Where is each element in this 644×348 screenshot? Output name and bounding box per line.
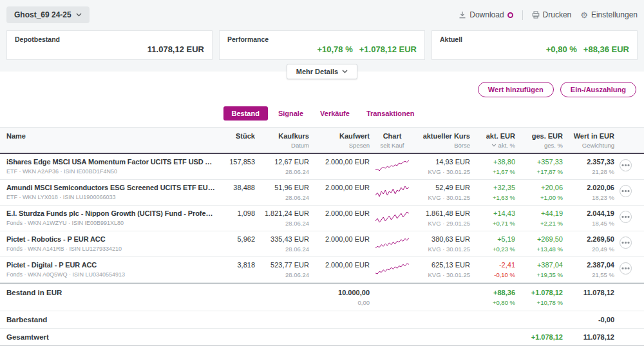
wert-total-cell: 11.078,12 xyxy=(568,289,614,296)
stueck-cell: 1,098 xyxy=(222,209,255,217)
kaufkurs-cell: 51,96 EUR28.06.24 xyxy=(260,184,309,201)
position-name[interactable]: Amundi MSCI Semiconductors ESG Screened … xyxy=(6,184,216,191)
position-meta: Fonds · WKN A1WZYU · ISIN IE00B991XL80 xyxy=(6,220,216,226)
performance-value: +1.078,12 EUR xyxy=(359,44,417,54)
table-row: E.I. Sturdza Funds plc - Nippon Growth (… xyxy=(0,206,644,231)
col-kaufkurs: KaufkursDatum xyxy=(260,132,309,149)
position-name[interactable]: Pictet - Digital - P EUR ACC xyxy=(6,261,216,269)
kaufkurs-cell: 523,77 EUR28.06.24 xyxy=(260,261,309,278)
sparkline-chart xyxy=(375,261,410,275)
ellipsis-icon xyxy=(625,164,627,166)
table-row: Amundi MSCI Semiconductors ESG Screened … xyxy=(0,180,644,206)
name-cell: Pictet - Digital - P EUR ACCFonds · WKN … xyxy=(6,261,216,278)
row-menu-button[interactable] xyxy=(620,185,632,197)
positions-table: Name Stück KaufkursDatum KaufwertSpesen … xyxy=(0,127,644,346)
performance-pct: +10,78 % xyxy=(317,44,352,54)
gesamt-ges-cell: +1.078,12 xyxy=(520,333,563,341)
card-value: +0,80 %+88,36 EUR xyxy=(440,44,629,54)
ellipsis-icon xyxy=(625,190,627,192)
summary-row-barbestand: Barbestand -0,00 xyxy=(0,311,644,329)
position-meta: Fonds · WKN A0Q5WQ · ISIN LU0340554913 xyxy=(6,271,216,278)
position-name[interactable]: iShares Edge MSCI USA Momentum Factor UC… xyxy=(6,158,216,166)
akt-cell: +38,80+1,67 % xyxy=(475,158,515,175)
chevron-down-icon xyxy=(342,70,348,73)
row-menu-button[interactable] xyxy=(620,237,632,249)
settings-label: Einstellungen xyxy=(591,10,638,19)
tab-bar: Bestand Signale Verkäufe Transaktionen xyxy=(0,106,644,121)
kaufwert-cell: 2.000,00 EUR xyxy=(314,235,370,243)
card-aktuell: Aktuell +0,80 %+88,36 EUR xyxy=(431,30,638,60)
ges-cell: +387,04+19,35 % xyxy=(520,261,563,278)
kaufkurs-cell: 335,43 EUR28.06.24 xyxy=(260,235,309,253)
summary-row-gesamtwert: Gesamtwert +1.078,12 11.078,12 xyxy=(0,329,644,346)
position-meta: ETF · WKN A2AP36 · ISIN IE00BD1F4N50 xyxy=(6,168,216,175)
table-row: Pictet - Robotics - P EUR ACCFonds · WKN… xyxy=(0,231,644,257)
card-title: Aktuell xyxy=(440,35,629,43)
col-stueck: Stück xyxy=(222,132,255,140)
col-name: Name xyxy=(6,132,216,140)
mehr-details-button[interactable]: Mehr Details xyxy=(287,64,357,79)
wert-hinzufuegen-button[interactable]: Wert hinzufügen xyxy=(478,82,554,97)
kaufwert-cell: 2.000,00 EUR xyxy=(314,261,370,269)
tab-signale[interactable]: Signale xyxy=(272,106,310,121)
col-akt[interactable]: akt. EURakt. % xyxy=(475,132,515,149)
name-cell: iShares Edge MSCI USA Momentum Factor UC… xyxy=(6,158,216,175)
print-label: Drucken xyxy=(543,10,572,19)
card-depotbestand: Depotbestand 11.078,12 EUR xyxy=(6,30,213,60)
kaufwert-cell: 2.000,00 EUR xyxy=(314,158,370,166)
card-performance: Performance +10,78 %+1.078,12 EUR xyxy=(219,30,425,60)
col-ges[interactable]: ges. EURges. % xyxy=(520,132,563,149)
col-chart: Chartseit Kauf xyxy=(375,132,410,149)
ges-cell: +44,19+2,21 % xyxy=(520,209,563,227)
kaufwert-cell: 2.000,00 EUR xyxy=(314,184,370,191)
depot-page: Ghost_69 24-25 Download Drucken ⚙ Einste… xyxy=(0,0,644,346)
summary-label: Barbestand xyxy=(6,316,216,324)
wert-cell: 2.387,0421,55 % xyxy=(568,261,614,278)
sparkline-chart xyxy=(375,209,410,224)
ein-auszahlung-button[interactable]: Ein-/Auszahlung xyxy=(560,82,636,97)
table-header: Name Stück KaufkursDatum KaufwertSpesen … xyxy=(0,127,644,154)
ges-cell: +20,06+1,00 % xyxy=(520,184,563,201)
position-name[interactable]: E.I. Sturdza Funds plc - Nippon Growth (… xyxy=(6,209,216,217)
akt-cell: -2,41-0,10 % xyxy=(475,261,515,278)
menu-cell xyxy=(620,235,638,249)
card-title: Performance xyxy=(227,35,417,43)
print-button[interactable]: Drucken xyxy=(532,10,572,19)
sparkline-chart xyxy=(375,235,410,249)
menu-cell xyxy=(620,158,638,171)
sparkline-chart xyxy=(375,184,410,198)
gesamt-wert-cell: 11.078,12 xyxy=(568,333,614,341)
akt-cell: +14,43+0,71 % xyxy=(475,209,515,227)
kaufkurs-cell: 12,67 EUR28.06.24 xyxy=(260,158,309,175)
kurs-cell: 52,49 EURKVG · 30.01.25 xyxy=(415,184,470,201)
kurs-cell: 1.861,48 EURKVG · 29.01.25 xyxy=(415,209,470,227)
portfolio-selector[interactable]: Ghost_69 24-25 xyxy=(6,6,90,23)
actions-row: Wert hinzufügen Ein-/Auszahlung xyxy=(0,81,644,97)
tab-bestand[interactable]: Bestand xyxy=(223,106,268,121)
top-actions: Download Drucken ⚙ Einstellungen xyxy=(459,10,638,20)
row-menu-button[interactable] xyxy=(620,262,632,275)
portfolio-name: Ghost_69 24-25 xyxy=(14,10,71,19)
summary-label: Bestand in EUR xyxy=(6,289,216,296)
akt-cell: +32,35+1,63 % xyxy=(475,184,515,201)
wert-cell: 2.357,3321,28 % xyxy=(568,158,614,175)
tab-verkaeufe[interactable]: Verkäufe xyxy=(314,106,356,121)
position-meta: Fonds · WKN A141RB · ISIN LU1279334210 xyxy=(6,246,216,252)
kurs-cell: 380,63 EURKVG · 30.01.25 xyxy=(415,235,470,253)
summary-label: Gesamtwert xyxy=(6,333,216,341)
row-menu-button[interactable] xyxy=(620,211,632,223)
kaufkurs-cell: 1.821,24 EUR28.06.24 xyxy=(260,209,309,227)
card-title: Depotbestand xyxy=(15,35,204,43)
tab-transaktionen[interactable]: Transaktionen xyxy=(360,106,421,121)
ges-total-cell: +1.078,12+10,78 % xyxy=(520,289,563,306)
menu-cell xyxy=(620,261,638,275)
name-cell: Pictet - Robotics - P EUR ACCFonds · WKN… xyxy=(6,235,216,252)
sort-caret-icon xyxy=(491,144,497,147)
col-wert: Wert in EURGewichtung xyxy=(568,132,614,149)
position-name[interactable]: Pictet - Robotics - P EUR ACC xyxy=(6,235,216,243)
table-row: Pictet - Digital - P EUR ACCFonds · WKN … xyxy=(0,257,644,283)
download-button[interactable]: Download xyxy=(459,10,513,19)
menu-cell xyxy=(620,184,638,197)
settings-button[interactable]: ⚙ Einstellungen xyxy=(580,10,638,19)
row-menu-button[interactable] xyxy=(620,159,632,171)
